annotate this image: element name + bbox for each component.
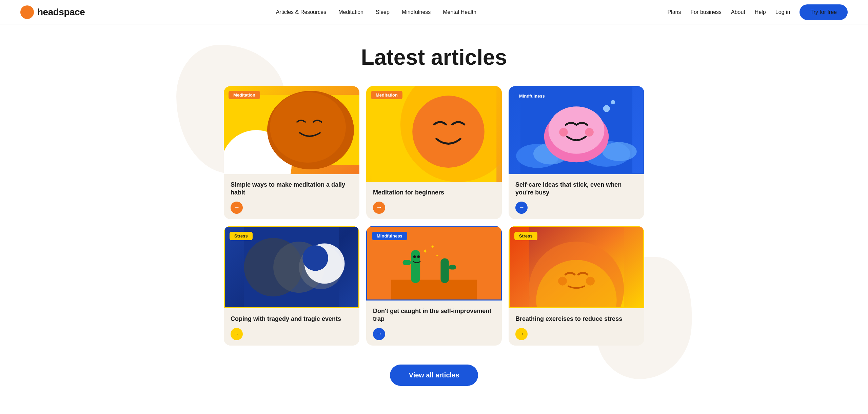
svg-rect-28 [403, 260, 411, 265]
card-5-title: Don't get caught in the self-improvement… [373, 307, 495, 323]
svg-text:✦: ✦ [431, 244, 435, 249]
card-2-illustration [366, 86, 502, 182]
card-5-arrow: → [373, 328, 385, 340]
arrow-icon: → [376, 330, 382, 337]
card-4-arrow: → [231, 328, 243, 340]
main-content: Latest articles Meditation [197, 24, 671, 413]
card-3-image: Mindfulness [509, 86, 644, 174]
card-3-tag: Mindfulness [514, 92, 550, 100]
card-1-title: Simple ways to make meditation a daily h… [231, 181, 353, 197]
svg-rect-30 [440, 258, 449, 283]
card-4-title: Coping with tragedy and tragic events [231, 315, 353, 323]
page-title: Latest articles [224, 45, 644, 70]
nav-secondary-links: Plans For business About Help Log in Try… [667, 4, 848, 20]
article-card-5[interactable]: Mindfulness ✦ ✦ ✦ [366, 226, 502, 346]
svg-point-17 [585, 128, 593, 137]
card-1-image: Meditation [224, 86, 359, 174]
nav-mental-health[interactable]: Mental Health [443, 9, 476, 15]
card-2-arrow: → [373, 202, 385, 214]
arrow-icon: → [234, 330, 240, 337]
svg-text:✦: ✦ [436, 253, 438, 257]
card-6-tag: Stress [514, 232, 537, 240]
card-5-tag: Mindfulness [372, 232, 407, 240]
article-card-2[interactable]: Meditation Meditation for beginners [366, 86, 502, 219]
arrow-icon: → [234, 204, 240, 211]
svg-point-36 [417, 255, 420, 258]
view-all-button[interactable]: View all articles [390, 365, 478, 386]
card-5-info: Don't get caught in the self-improvement… [366, 301, 502, 346]
card-2-image: Meditation [366, 86, 502, 182]
card-4-info: Coping with tragedy and tragic events → [224, 308, 359, 345]
svg-rect-29 [411, 263, 419, 267]
nav-mindfulness[interactable]: Mindfulness [402, 9, 431, 15]
articles-grid: Meditation Simple ways to make [224, 86, 644, 346]
card-3-title: Self-care ideas that stick, even when yo… [515, 181, 637, 197]
card-2-title: Meditation for beginners [373, 189, 495, 196]
arrow-icon: → [518, 204, 525, 211]
svg-point-13 [611, 100, 615, 104]
svg-point-35 [413, 255, 416, 258]
article-card-6[interactable]: Stress [509, 226, 644, 346]
svg-point-15 [548, 106, 604, 154]
svg-point-12 [603, 105, 610, 112]
card-2-info: Meditation for beginners → [366, 182, 502, 219]
logo-text: headspace [37, 7, 85, 18]
article-card-3[interactable]: Mindfulness [509, 86, 644, 219]
try-for-free-button[interactable]: Try for free [800, 4, 848, 20]
card-1-tag: Meditation [229, 91, 260, 99]
nav-login[interactable]: Log in [775, 9, 790, 15]
card-1-arrow: → [231, 202, 243, 214]
svg-text:✦: ✦ [422, 247, 428, 255]
card-3-info: Self-care ideas that stick, even when yo… [509, 174, 644, 219]
nav-plans[interactable]: Plans [667, 9, 681, 15]
card-4-tag: Stress [230, 232, 253, 240]
card-2-tag: Meditation [371, 91, 402, 99]
card-1-illustration [224, 86, 359, 174]
card-4-image: Stress [224, 226, 359, 308]
svg-point-11 [602, 142, 637, 161]
logo-icon [20, 5, 34, 19]
svg-point-41 [586, 277, 595, 286]
nav-help[interactable]: Help [755, 9, 766, 15]
svg-rect-26 [391, 280, 477, 299]
card-6-arrow: → [515, 328, 528, 340]
svg-point-40 [558, 277, 567, 286]
svg-point-3 [270, 92, 346, 163]
svg-point-16 [559, 128, 568, 137]
card-5-image: Mindfulness ✦ ✦ ✦ [366, 226, 502, 301]
nav-about[interactable]: About [731, 9, 745, 15]
card-6-info: Breathing exercises to reduce stress → [509, 308, 644, 345]
svg-point-6 [412, 96, 485, 168]
card-1-info: Simple ways to make meditation a daily h… [224, 174, 359, 219]
nav-primary-links: Articles & Resources Meditation Sleep Mi… [276, 9, 476, 15]
article-card-1[interactable]: Meditation Simple ways to make [224, 86, 359, 219]
view-all-section: View all articles [224, 365, 644, 386]
article-card-4[interactable]: Stress Coping with tragedy and tragic ev… [224, 226, 359, 346]
svg-point-24 [302, 245, 328, 271]
nav-articles[interactable]: Articles & Resources [276, 9, 327, 15]
card-6-title: Breathing exercises to reduce stress [515, 315, 637, 323]
arrow-icon: → [376, 204, 382, 211]
nav-meditation[interactable]: Meditation [338, 9, 363, 15]
svg-rect-31 [449, 265, 456, 270]
nav-sleep[interactable]: Sleep [376, 9, 390, 15]
card-3-arrow: → [515, 202, 528, 214]
arrow-icon: → [518, 330, 525, 337]
logo-link[interactable]: headspace [20, 5, 85, 19]
nav-for-business[interactable]: For business [690, 9, 722, 15]
card-6-image: Stress [509, 226, 644, 308]
navbar: headspace Articles & Resources Meditatio… [0, 0, 868, 24]
